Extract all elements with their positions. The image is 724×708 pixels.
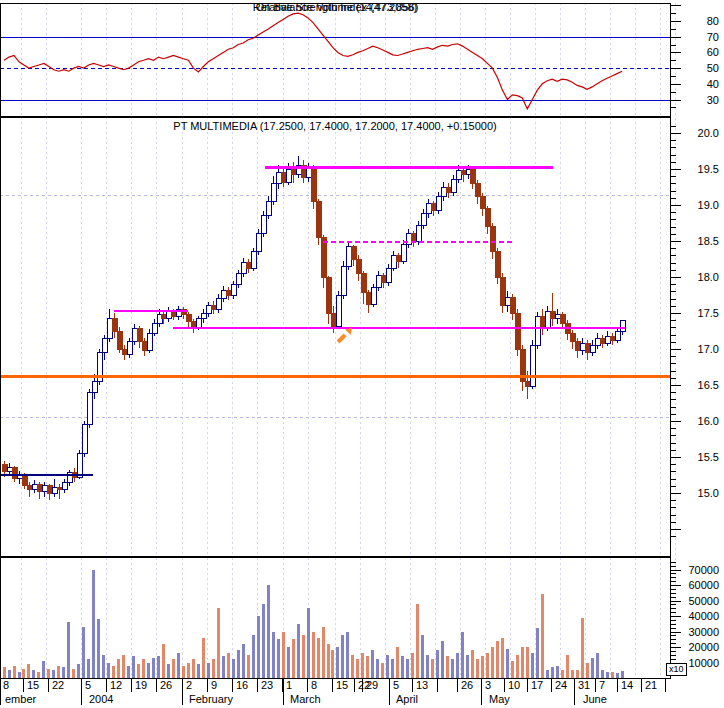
price-axis-label: 18.0 <box>698 271 719 283</box>
date-tick-label: 17 <box>531 679 543 691</box>
date-tick-label: 29 <box>366 679 378 691</box>
right-axis: 80706050403020.019.519.018.518.017.517.0… <box>671 6 719 675</box>
volume-multiplier-badge: x10 <box>666 663 687 676</box>
date-axis: 8152251219262916231815222951326310172431… <box>0 679 666 705</box>
date-tick-label: 5 <box>393 679 399 691</box>
date-tick-label: 24 <box>555 679 567 691</box>
rsi-line <box>4 13 622 109</box>
date-tick-label: 5 <box>85 679 91 691</box>
month-label: February <box>189 693 234 705</box>
chart-canvas: 80706050403020.019.519.018.518.017.517.0… <box>0 0 724 708</box>
volume-axis-label: 40000 <box>688 610 719 622</box>
rsi-axis-label: 30 <box>707 94 719 106</box>
date-tick-label: 7 <box>599 679 605 691</box>
date-tick-label: 14 <box>621 679 633 691</box>
month-label: May <box>489 693 510 705</box>
rsi-axis-label: 50 <box>707 62 719 74</box>
date-tick-label: 22 <box>52 679 64 691</box>
date-tick-label: 19 <box>135 679 147 691</box>
date-tick-label: 2 <box>186 679 192 691</box>
date-tick-label: 15 <box>336 679 348 691</box>
date-tick-label: 8 <box>311 679 317 691</box>
rsi-axis-label: 60 <box>707 46 719 58</box>
price-axis-label: 17.0 <box>698 343 719 355</box>
volume-axis-label: 20000 <box>688 641 719 653</box>
chart-window: 80706050403020.019.519.018.518.017.517.0… <box>0 0 724 708</box>
volume-axis-label: 50000 <box>688 595 719 607</box>
month-label: March <box>290 693 321 705</box>
date-tick-label: 16 <box>236 679 248 691</box>
month-label: April <box>396 693 418 705</box>
rsi-axis-label: 40 <box>707 78 719 90</box>
price-title: PT MULTIMEDIA (17.2500, 17.4000, 17.2000… <box>0 120 670 132</box>
price-axis-label: 15.0 <box>698 487 719 499</box>
rsi-axis-label: 80 <box>707 15 719 27</box>
rsi-axis-label: 70 <box>707 31 719 43</box>
date-tick-label: 3 <box>485 679 491 691</box>
date-tick-label: 26 <box>461 679 473 691</box>
date-tick-label: 12 <box>110 679 122 691</box>
month-label: 2004 <box>89 693 113 705</box>
date-tick-label: 8 <box>3 679 9 691</box>
volume-axis-label: 70000 <box>688 564 719 576</box>
date-tick-label: 26 <box>160 679 172 691</box>
price-axis-label: 17.5 <box>698 307 719 319</box>
obv-title: On Balance Volume (14,473,856) <box>2 1 672 13</box>
date-tick-label: 1 <box>286 679 292 691</box>
date-tick-label: 15 <box>27 679 39 691</box>
buy-arrow <box>338 328 352 342</box>
price-axis-label: 15.5 <box>698 451 719 463</box>
price-axis-label: 18.5 <box>698 235 719 247</box>
date-tick-label: 31 <box>578 679 590 691</box>
volume-axis-label: 60000 <box>688 579 719 591</box>
month-label: June <box>583 693 607 705</box>
date-tick-label: 21 <box>645 679 657 691</box>
month-label: ember <box>5 693 37 705</box>
price-axis-label: 16.5 <box>698 379 719 391</box>
volume-axis-label: 10000 <box>688 657 719 669</box>
date-tick-label: 13 <box>416 679 428 691</box>
price-axis-label: 16.0 <box>698 415 719 427</box>
date-tick-label: 9 <box>211 679 217 691</box>
volume-axis-label: 30000 <box>688 626 719 638</box>
price-axis-label: 19.0 <box>698 199 719 211</box>
date-tick-label: 23 <box>261 679 273 691</box>
price-axis-label: 19.5 <box>698 163 719 175</box>
price-axis-label: 20.0 <box>698 127 719 139</box>
volume-bars <box>3 570 624 679</box>
date-tick-label: 10 <box>508 679 520 691</box>
